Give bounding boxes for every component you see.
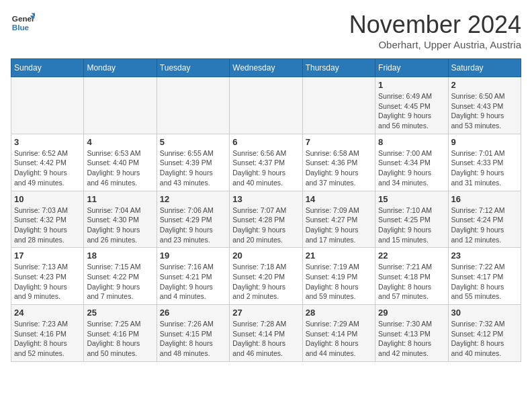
day-cell: 8Sunrise: 7:00 AM Sunset: 4:34 PM Daylig… bbox=[375, 134, 448, 191]
day-cell: 22Sunrise: 7:21 AM Sunset: 4:18 PM Dayli… bbox=[375, 248, 448, 305]
weekday-header-row: SundayMondayTuesdayWednesdayThursdayFrid… bbox=[11, 59, 521, 77]
day-info: Sunrise: 7:25 AM Sunset: 4:16 PM Dayligh… bbox=[87, 319, 153, 359]
day-cell bbox=[230, 77, 302, 134]
day-cell: 17Sunrise: 7:13 AM Sunset: 4:23 PM Dayli… bbox=[11, 248, 84, 305]
day-cell: 14Sunrise: 7:09 AM Sunset: 4:27 PM Dayli… bbox=[302, 191, 375, 248]
day-cell: 11Sunrise: 7:04 AM Sunset: 4:30 PM Dayli… bbox=[84, 191, 157, 248]
week-row-2: 3Sunrise: 6:52 AM Sunset: 4:42 PM Daylig… bbox=[11, 134, 521, 191]
day-number: 29 bbox=[378, 308, 445, 318]
day-cell: 9Sunrise: 7:01 AM Sunset: 4:33 PM Daylig… bbox=[448, 134, 521, 191]
day-number: 15 bbox=[378, 194, 445, 204]
day-info: Sunrise: 7:23 AM Sunset: 4:16 PM Dayligh… bbox=[14, 319, 81, 359]
day-info: Sunrise: 6:56 AM Sunset: 4:37 PM Dayligh… bbox=[232, 148, 299, 188]
day-cell: 29Sunrise: 7:30 AM Sunset: 4:13 PM Dayli… bbox=[375, 305, 448, 362]
day-number: 6 bbox=[232, 137, 299, 147]
day-info: Sunrise: 7:18 AM Sunset: 4:20 PM Dayligh… bbox=[232, 262, 299, 302]
day-number: 16 bbox=[451, 194, 518, 204]
day-number: 3 bbox=[14, 137, 81, 147]
day-cell: 10Sunrise: 7:03 AM Sunset: 4:32 PM Dayli… bbox=[11, 191, 84, 248]
header-area: General Blue November 2024 Oberhart, Upp… bbox=[11, 11, 521, 50]
weekday-header-monday: Monday bbox=[84, 59, 157, 77]
month-title: November 2024 bbox=[349, 11, 521, 39]
day-info: Sunrise: 7:22 AM Sunset: 4:17 PM Dayligh… bbox=[451, 262, 518, 302]
day-cell: 18Sunrise: 7:15 AM Sunset: 4:22 PM Dayli… bbox=[84, 248, 157, 305]
day-cell: 30Sunrise: 7:32 AM Sunset: 4:12 PM Dayli… bbox=[448, 305, 521, 362]
day-info: Sunrise: 7:04 AM Sunset: 4:30 PM Dayligh… bbox=[87, 205, 153, 245]
week-row-4: 17Sunrise: 7:13 AM Sunset: 4:23 PM Dayli… bbox=[11, 248, 521, 305]
svg-text:Blue: Blue bbox=[12, 23, 30, 32]
day-cell: 6Sunrise: 6:56 AM Sunset: 4:37 PM Daylig… bbox=[230, 134, 302, 191]
day-cell: 13Sunrise: 7:07 AM Sunset: 4:28 PM Dayli… bbox=[230, 191, 302, 248]
week-row-5: 24Sunrise: 7:23 AM Sunset: 4:16 PM Dayli… bbox=[11, 305, 521, 362]
day-number: 25 bbox=[87, 308, 153, 318]
day-info: Sunrise: 7:09 AM Sunset: 4:27 PM Dayligh… bbox=[306, 205, 372, 245]
day-info: Sunrise: 7:30 AM Sunset: 4:13 PM Dayligh… bbox=[378, 319, 445, 359]
day-info: Sunrise: 7:21 AM Sunset: 4:18 PM Dayligh… bbox=[378, 262, 445, 302]
day-cell: 21Sunrise: 7:19 AM Sunset: 4:19 PM Dayli… bbox=[302, 248, 375, 305]
day-info: Sunrise: 7:07 AM Sunset: 4:28 PM Dayligh… bbox=[232, 205, 299, 245]
day-cell: 3Sunrise: 6:52 AM Sunset: 4:42 PM Daylig… bbox=[11, 134, 84, 191]
weekday-header-thursday: Thursday bbox=[302, 59, 375, 77]
day-number: 12 bbox=[160, 194, 226, 204]
day-number: 19 bbox=[160, 250, 226, 261]
day-number: 2 bbox=[451, 80, 518, 90]
day-info: Sunrise: 7:01 AM Sunset: 4:33 PM Dayligh… bbox=[451, 148, 518, 188]
day-cell bbox=[11, 77, 84, 134]
day-info: Sunrise: 6:53 AM Sunset: 4:40 PM Dayligh… bbox=[87, 148, 153, 188]
day-number: 24 bbox=[14, 308, 81, 318]
day-cell: 27Sunrise: 7:28 AM Sunset: 4:14 PM Dayli… bbox=[230, 305, 302, 362]
week-row-3: 10Sunrise: 7:03 AM Sunset: 4:32 PM Dayli… bbox=[11, 191, 521, 248]
day-info: Sunrise: 7:16 AM Sunset: 4:21 PM Dayligh… bbox=[160, 262, 226, 302]
day-number: 26 bbox=[160, 308, 226, 318]
day-number: 4 bbox=[87, 137, 153, 147]
location-title: Oberhart, Upper Austria, Austria bbox=[349, 39, 521, 50]
day-number: 1 bbox=[378, 80, 445, 90]
day-cell: 15Sunrise: 7:10 AM Sunset: 4:25 PM Dayli… bbox=[375, 191, 448, 248]
day-info: Sunrise: 6:50 AM Sunset: 4:43 PM Dayligh… bbox=[451, 91, 518, 131]
day-number: 18 bbox=[87, 250, 153, 261]
day-cell bbox=[84, 77, 157, 134]
svg-text:General: General bbox=[12, 14, 35, 23]
calendar-table: SundayMondayTuesdayWednesdayThursdayFrid… bbox=[11, 58, 521, 362]
day-cell: 1Sunrise: 6:49 AM Sunset: 4:45 PM Daylig… bbox=[375, 77, 448, 134]
day-cell: 5Sunrise: 6:55 AM Sunset: 4:39 PM Daylig… bbox=[157, 134, 229, 191]
title-area: November 2024 Oberhart, Upper Austria, A… bbox=[349, 11, 521, 50]
day-cell: 2Sunrise: 6:50 AM Sunset: 4:43 PM Daylig… bbox=[448, 77, 521, 134]
day-info: Sunrise: 6:49 AM Sunset: 4:45 PM Dayligh… bbox=[378, 91, 445, 131]
day-cell: 25Sunrise: 7:25 AM Sunset: 4:16 PM Dayli… bbox=[84, 305, 157, 362]
day-info: Sunrise: 7:19 AM Sunset: 4:19 PM Dayligh… bbox=[306, 262, 372, 302]
logo: General Blue bbox=[11, 11, 35, 35]
day-number: 13 bbox=[232, 194, 299, 204]
day-number: 21 bbox=[306, 250, 372, 261]
day-number: 17 bbox=[14, 250, 81, 261]
day-info: Sunrise: 7:12 AM Sunset: 4:24 PM Dayligh… bbox=[451, 205, 518, 245]
day-number: 28 bbox=[306, 308, 372, 318]
day-number: 8 bbox=[378, 137, 445, 147]
day-cell: 19Sunrise: 7:16 AM Sunset: 4:21 PM Dayli… bbox=[157, 248, 229, 305]
day-number: 10 bbox=[14, 194, 81, 204]
day-cell: 4Sunrise: 6:53 AM Sunset: 4:40 PM Daylig… bbox=[84, 134, 157, 191]
weekday-header-wednesday: Wednesday bbox=[230, 59, 302, 77]
day-cell bbox=[157, 77, 229, 134]
day-number: 9 bbox=[451, 137, 518, 147]
day-number: 20 bbox=[232, 250, 299, 261]
day-cell: 16Sunrise: 7:12 AM Sunset: 4:24 PM Dayli… bbox=[448, 191, 521, 248]
weekday-header-friday: Friday bbox=[375, 59, 448, 77]
day-cell: 24Sunrise: 7:23 AM Sunset: 4:16 PM Dayli… bbox=[11, 305, 84, 362]
day-cell: 23Sunrise: 7:22 AM Sunset: 4:17 PM Dayli… bbox=[448, 248, 521, 305]
weekday-header-saturday: Saturday bbox=[448, 59, 521, 77]
day-info: Sunrise: 7:03 AM Sunset: 4:32 PM Dayligh… bbox=[14, 205, 81, 245]
day-info: Sunrise: 6:55 AM Sunset: 4:39 PM Dayligh… bbox=[160, 148, 226, 188]
day-cell bbox=[302, 77, 375, 134]
day-number: 27 bbox=[232, 308, 299, 318]
day-number: 23 bbox=[451, 250, 518, 261]
weekday-header-sunday: Sunday bbox=[11, 59, 84, 77]
week-row-1: 1Sunrise: 6:49 AM Sunset: 4:45 PM Daylig… bbox=[11, 77, 521, 134]
day-number: 30 bbox=[451, 308, 518, 318]
day-info: Sunrise: 7:00 AM Sunset: 4:34 PM Dayligh… bbox=[378, 148, 445, 188]
logo-icon: General Blue bbox=[11, 11, 35, 35]
day-info: Sunrise: 7:15 AM Sunset: 4:22 PM Dayligh… bbox=[87, 262, 153, 302]
day-info: Sunrise: 7:32 AM Sunset: 4:12 PM Dayligh… bbox=[451, 319, 518, 359]
day-number: 11 bbox=[87, 194, 153, 204]
day-cell: 28Sunrise: 7:29 AM Sunset: 4:14 PM Dayli… bbox=[302, 305, 375, 362]
